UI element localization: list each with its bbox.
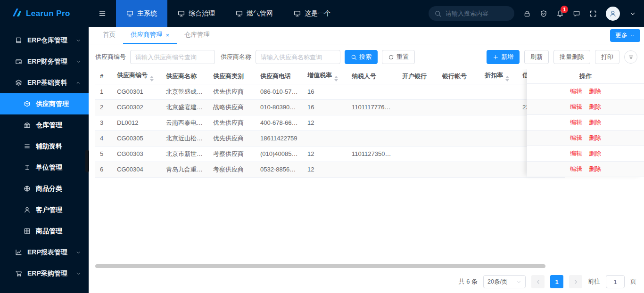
page-1-button[interactable]: 1	[550, 275, 563, 288]
sidebar-item-11[interactable]: ERP采购管理	[0, 263, 89, 284]
cell-discount	[480, 115, 518, 130]
delete-link[interactable]: 删除	[589, 165, 601, 173]
scrollbar-handle[interactable]	[95, 264, 545, 268]
delete-link[interactable]: 删除	[589, 103, 601, 111]
table-row-4[interactable]: 4CG00305北京近山松城...优先供应商18611422759	[95, 130, 565, 146]
edit-link[interactable]: 编辑	[570, 149, 582, 158]
sidebar-item-8[interactable]: 客户管理	[0, 199, 89, 220]
menu-toggle-button[interactable]	[89, 0, 116, 27]
top-nav-label: 燃气管网	[247, 9, 273, 18]
notification-badge: 1	[561, 6, 568, 13]
edit-link[interactable]: 编辑	[570, 165, 582, 173]
delete-link[interactable]: 删除	[589, 87, 601, 96]
edit-link[interactable]: 编辑	[570, 103, 582, 111]
monitor-icon	[236, 10, 243, 17]
top-nav-item-3[interactable]: 这是一个	[283, 0, 341, 27]
cell-discount	[480, 130, 518, 146]
page-size-select[interactable]: 20条/页	[483, 275, 526, 288]
cell-name: 青岛九合重工...	[161, 162, 208, 177]
logo-icon	[11, 8, 23, 19]
edit-link[interactable]: 编辑	[570, 134, 582, 142]
sort-carets-icon[interactable]	[505, 76, 509, 81]
global-search[interactable]	[429, 6, 514, 21]
sort-carets-icon[interactable]	[334, 76, 338, 81]
delete-link[interactable]: 删除	[589, 118, 601, 127]
page-tabs: 首页 供应商管理 × 仓库管理 更多	[89, 27, 644, 44]
add-button[interactable]: 新增	[487, 50, 520, 64]
goto-page-input[interactable]	[606, 275, 625, 288]
sidebar-item-1[interactable]: ERP财务管理	[0, 51, 89, 72]
column-header-tax-rate[interactable]: 增值税率	[303, 69, 347, 84]
globe-icon	[24, 185, 31, 192]
sidebar-item-7[interactable]: 商品分类	[0, 178, 89, 199]
fullscreen-button[interactable]	[589, 10, 597, 17]
column-header-name: 供应商名称	[161, 69, 208, 84]
supplier-code-input[interactable]	[130, 50, 215, 64]
wallet-icon	[15, 58, 22, 65]
next-page-button[interactable]	[569, 275, 582, 288]
delete-link[interactable]: 删除	[589, 134, 601, 142]
user-menu-button[interactable]	[629, 10, 636, 17]
horizontal-scrollbar[interactable]	[95, 264, 637, 269]
table-row-6[interactable]: 6CG00304青岛九合重工...考察供应商0532-8856563912	[95, 162, 565, 177]
sidebar-item-9[interactable]: 商品管理	[0, 220, 89, 242]
sidebar-item-0[interactable]: ERP仓库管理	[0, 30, 89, 51]
top-header: Learun Pro 主系统综合治理燃气管网这是一个 1	[0, 0, 644, 27]
sidebar-item-label: ERP财务管理	[27, 57, 67, 66]
total-count: 共 6 条	[459, 277, 478, 286]
sidebar-item-2[interactable]: ERP基础资料	[0, 72, 89, 93]
tab-warehouse-management[interactable]: 仓库管理	[177, 27, 217, 44]
header-actions: 1	[429, 0, 644, 27]
sidebar-item-label: ERP采购管理	[27, 269, 67, 278]
supplier-name-input[interactable]	[256, 50, 340, 64]
messages-button[interactable]	[573, 10, 580, 17]
cell-code: CG00305	[112, 130, 161, 146]
sidebar-item-4[interactable]: 仓库管理	[0, 114, 89, 136]
column-header-code[interactable]: 供应商编号	[112, 69, 161, 84]
column-header-taxpayer-no: 纳税人号	[347, 69, 397, 84]
search-button[interactable]: 搜索	[345, 50, 378, 64]
table-row-2[interactable]: 2CG00302北京盛宴建筑...战略供应商010-80390988161101…	[95, 99, 565, 115]
column-header-phone: 供应商电话	[256, 69, 303, 84]
table-row-5[interactable]: 5CG00303北京市新世纪...考察供应商(010)40085061...12…	[95, 146, 565, 162]
more-button[interactable]: 更多	[610, 29, 640, 42]
edit-link[interactable]: 编辑	[570, 87, 582, 96]
security-button[interactable]	[540, 10, 547, 17]
sidebar-resize-handle[interactable]	[85, 150, 89, 172]
close-tab-icon[interactable]: ×	[166, 32, 170, 38]
lock-screen-button[interactable]	[523, 10, 531, 17]
user-avatar[interactable]	[606, 7, 620, 21]
sidebar-item-6[interactable]: 单位管理	[0, 157, 89, 178]
batch-delete-button[interactable]: 批量删除	[553, 50, 590, 64]
top-nav-item-0[interactable]: 主系统	[116, 0, 167, 27]
table-row-3[interactable]: 3DL0012云南西泰电线...优先供应商400-678-663212	[95, 115, 565, 130]
prev-page-button[interactable]	[531, 275, 545, 288]
table-row-1[interactable]: 1CG00301北京乾盛成钢...优先供应商086-010-57199...16	[95, 84, 565, 99]
message-icon	[573, 10, 580, 17]
column-settings-button[interactable]	[624, 50, 637, 64]
notifications-button[interactable]: 1	[556, 10, 564, 17]
top-nav-item-1[interactable]: 综合治理	[167, 0, 225, 27]
reset-button[interactable]: 重置	[382, 50, 415, 64]
supplier-panel: 供应商编号 供应商名称 搜索 重置 新增	[89, 44, 644, 293]
column-header-discount[interactable]: 折扣率	[480, 69, 518, 84]
global-search-input[interactable]	[446, 10, 506, 17]
sidebar-item-10[interactable]: ERP报表管理	[0, 242, 89, 263]
sidebar-item-5[interactable]: 辅助资料	[0, 136, 89, 157]
sidebar-item-label: 辅助资料	[36, 142, 62, 151]
cell-code: CG00301	[112, 84, 161, 99]
refresh-button[interactable]: 刷新	[524, 50, 549, 64]
top-nav-item-2[interactable]: 燃气管网	[225, 0, 283, 27]
edit-link[interactable]: 编辑	[570, 118, 582, 127]
tab-supplier-management[interactable]: 供应商管理 ×	[123, 27, 177, 44]
delete-link[interactable]: 删除	[589, 149, 601, 158]
tab-home[interactable]: 首页	[95, 27, 123, 44]
sidebar-item-3[interactable]: 供应商管理	[0, 93, 89, 114]
cell-phone: 400-678-6632	[256, 115, 303, 130]
page-unit-label: 页	[630, 277, 636, 286]
chevron-down-icon	[516, 279, 521, 285]
print-button[interactable]: 打印	[595, 50, 619, 64]
chevron-down-icon	[75, 249, 81, 257]
row-actions-1: 编辑删除	[527, 84, 644, 99]
sort-carets-icon[interactable]	[150, 76, 154, 81]
